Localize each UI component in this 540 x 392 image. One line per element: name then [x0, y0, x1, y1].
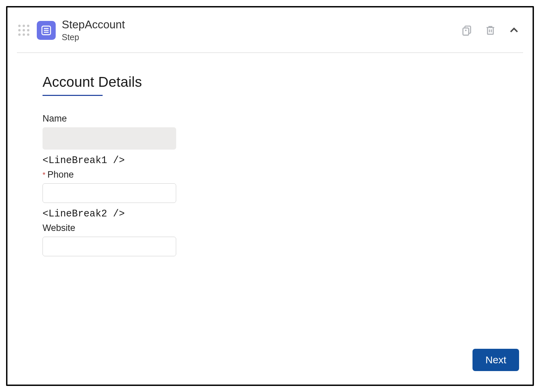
step-title: StepAccount [62, 18, 125, 31]
step-footer: Next [473, 349, 519, 371]
field-name: Name [43, 113, 520, 150]
name-input[interactable] [43, 127, 176, 150]
step-title-block: StepAccount Step [62, 18, 125, 42]
header-actions [461, 25, 523, 36]
step-card: StepAccount Step Account Details Name <L… [6, 6, 534, 386]
phone-input[interactable] [43, 183, 176, 203]
copy-icon[interactable] [461, 25, 473, 36]
step-header: StepAccount Step [17, 18, 523, 53]
field-phone-label-text: Phone [48, 169, 74, 180]
section-underline [43, 95, 103, 96]
field-website: Website [43, 223, 520, 256]
field-website-label: Website [43, 223, 520, 233]
website-input[interactable] [43, 237, 176, 256]
next-button[interactable]: Next [473, 349, 519, 371]
chevron-up-icon[interactable] [508, 25, 520, 36]
linebreak-1[interactable]: <LineBreak1 /> [43, 155, 520, 166]
svg-rect-8 [488, 27, 493, 34]
step-icon [37, 21, 56, 40]
step-body: Account Details Name <LineBreak1 /> * Ph… [17, 53, 523, 264]
svg-rect-5 [463, 28, 469, 35]
linebreak-2[interactable]: <LineBreak2 /> [43, 208, 520, 219]
section-title: Account Details [43, 74, 520, 90]
step-subtitle: Step [62, 32, 125, 42]
field-name-label: Name [43, 113, 520, 124]
required-marker: * [43, 171, 46, 179]
delete-icon[interactable] [485, 25, 496, 36]
field-phone: * Phone [43, 169, 520, 203]
field-phone-label: * Phone [43, 169, 520, 180]
drag-handle-icon[interactable] [18, 25, 29, 36]
